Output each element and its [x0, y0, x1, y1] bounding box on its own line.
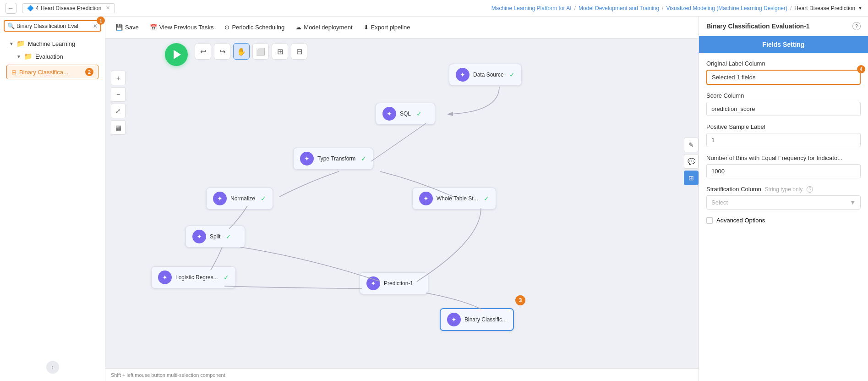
score-column-group: Score Column — [706, 92, 861, 116]
node-label-data-source: Data Source — [473, 72, 504, 78]
node-icon-logistic-regres: ✦ — [158, 271, 172, 284]
advanced-options-checkbox[interactable] — [706, 217, 713, 224]
node-icon-prediction: ✦ — [366, 276, 380, 290]
node-prediction[interactable]: ✦ Prediction-1 — [360, 272, 428, 294]
redo-button[interactable]: ↪ — [214, 43, 230, 60]
sidebar-item-machine-learning[interactable]: ▼ 📁 Machine Learning — [0, 37, 105, 50]
scheduling-icon: ⊙ — [224, 24, 229, 31]
node-label-prediction: Prediction-1 — [384, 280, 413, 287]
node-split[interactable]: ✦ Split ✓ — [186, 226, 245, 248]
project-tab-label: Heart Disease Prediction — [41, 5, 102, 11]
select-placeholder: Select — [711, 199, 728, 206]
original-label-column-group: Original Label Column Selected 1 fields … — [706, 60, 861, 85]
export-pipeline-button[interactable]: ⬇ Export pipeline — [359, 22, 415, 33]
breadcrumb-bar: ← 🔷 4 Heart Disease Prediction ✕ Machine… — [0, 0, 868, 17]
canvas[interactable]: ↩ ↪ ✋ ⬜ ⊞ ⊟ + − ⤢ ▦ — [105, 39, 699, 381]
canvas-left-tools: + − ⤢ ▦ — [111, 71, 126, 135]
node-binary-classif[interactable]: ✦ Binary Classific... — [440, 308, 514, 331]
node-label-type-transform: Type Transform — [317, 155, 355, 162]
fields-setting-button[interactable]: Fields Setting — [699, 36, 868, 53]
node-type-transform[interactable]: ✦ Type Transform ✓ — [293, 148, 373, 170]
badge-1: 1 — [97, 17, 105, 25]
save-icon: 💾 — [115, 24, 123, 31]
project-tab-number: 4 — [36, 5, 39, 11]
zoom-in-button[interactable]: + — [111, 71, 126, 85]
node-label-logistic-regres: Logistic Regres... — [175, 274, 218, 281]
project-tab[interactable]: 🔷 4 Heart Disease Prediction ✕ — [22, 3, 115, 13]
project-tab-icon: 🔷 — [27, 5, 34, 11]
bins-group: Number of Bins with Equal Frequency for … — [706, 155, 861, 178]
node-check-split: ✓ — [226, 233, 231, 240]
node-label-binary-classif: Binary Classific... — [464, 316, 507, 323]
node-logistic-regres[interactable]: ✦ Logistic Regres... ✓ — [151, 266, 236, 288]
stratification-help-icon: ? — [807, 186, 813, 193]
chevron-down-icon-3: ▼ — [850, 199, 856, 206]
overview-button[interactable]: ▦ — [111, 120, 126, 135]
node-data-source[interactable]: ✦ Data Source ✓ — [449, 64, 522, 86]
stratification-hint: String type only. — [765, 186, 804, 193]
search-bar[interactable]: 🔍 ✕ 1 — [4, 20, 101, 32]
positive-sample-label: Positive Sample Label — [706, 123, 861, 130]
node-normalize[interactable]: ✦ Normalize ✓ — [206, 188, 273, 210]
right-panel-header: Binary Classification Evaluation-1 ? — [699, 17, 868, 36]
left-sidebar: 🔍 ✕ 1 ▼ 📁 Machine Learning ▼ 📁 Evaluatio… — [0, 17, 105, 381]
node-check-data-source: ✓ — [509, 71, 515, 78]
node-icon-type-transform: ✦ — [300, 152, 314, 166]
hand-tool-button[interactable]: ✋ — [233, 43, 250, 60]
chevron-down-icon: ▼ — [9, 41, 14, 46]
status-text: Shift + left mouse button multi-selectio… — [111, 372, 225, 378]
fit-view-button[interactable]: ⤢ — [111, 104, 126, 118]
save-button[interactable]: 💾 Save — [111, 22, 143, 33]
canvas-top-tools: ↩ ↪ ✋ ⬜ ⊞ ⊟ — [195, 43, 307, 60]
search-input[interactable] — [16, 23, 93, 29]
node-icon-whole-table: ✦ — [419, 192, 433, 205]
periodic-scheduling-button[interactable]: ⊙ Periodic Scheduling — [220, 22, 289, 33]
stratification-select[interactable]: Select ▼ — [706, 195, 861, 210]
deployment-icon: ☁ — [295, 24, 301, 31]
layout-tool-button[interactable]: ⊞ — [272, 43, 288, 60]
node-whole-table[interactable]: ✦ Whole Table St... ✓ — [412, 188, 496, 210]
selected-fields-box[interactable]: Selected 1 fields — [706, 70, 861, 85]
selected-fields-text: Selected 1 fields — [712, 74, 755, 81]
undo-button[interactable]: ↩ — [195, 43, 211, 60]
advanced-options-label: Advanced Options — [716, 217, 765, 224]
advanced-options-row: Advanced Options — [706, 217, 861, 224]
toolbar: 💾 Save 📅 View Previous Tasks ⊙ Periodic … — [105, 17, 699, 39]
node-icon-sql: ✦ — [382, 107, 396, 121]
sidebar-item-binary-classif[interactable]: ⊞ Binary Classifica... 2 — [6, 65, 98, 79]
view-previous-tasks-button[interactable]: 📅 View Previous Tasks — [145, 22, 218, 33]
search-clear-icon[interactable]: ✕ — [93, 23, 98, 29]
help-button[interactable]: ? — [852, 22, 861, 30]
breadcrumb-link-1[interactable]: Machine Learning Platform for AI — [491, 5, 572, 11]
node-sql[interactable]: ✦ SQL ✓ — [376, 103, 435, 125]
play-button[interactable] — [165, 43, 188, 66]
positive-sample-group: Positive Sample Label — [706, 123, 861, 147]
score-column-input[interactable] — [706, 102, 861, 116]
breadcrumb-link-3[interactable]: Visualized Modeling (Machine Learning De… — [666, 5, 787, 11]
sidebar-item-evaluation[interactable]: ▼ 📁 Evaluation — [0, 50, 105, 63]
select-tool-button[interactable]: ⬜ — [252, 43, 269, 60]
canvas-area: 💾 Save 📅 View Previous Tasks ⊙ Periodic … — [105, 17, 699, 381]
node-check-normalize: ✓ — [261, 195, 266, 202]
score-column-label: Score Column — [706, 92, 861, 99]
project-tab-close[interactable]: ✕ — [106, 5, 110, 11]
breadcrumb-current-dropdown[interactable]: Heart Disease Prediction ▼ — [794, 5, 863, 11]
node-icon-binary-classif: ✦ — [447, 313, 461, 326]
search-icon: 🔍 — [7, 22, 15, 29]
node-label-split: Split — [210, 233, 220, 240]
bins-label: Number of Bins with Equal Frequency for … — [706, 155, 861, 161]
back-button[interactable]: ← — [5, 3, 16, 14]
zoom-out-button[interactable]: − — [111, 87, 126, 102]
folder-icon: 📁 — [16, 39, 25, 48]
model-deployment-button[interactable]: ☁ Model deployment — [291, 22, 357, 33]
positive-sample-input[interactable] — [706, 133, 861, 147]
dropdown-chevron-icon: ▼ — [858, 6, 863, 11]
node-icon-normalize: ✦ — [213, 192, 227, 205]
right-panel: Binary Classification Evaluation-1 ? Fie… — [699, 17, 868, 381]
node-label-whole-table: Whole Table St... — [437, 195, 478, 202]
breadcrumb-link-2[interactable]: Model Development and Training — [579, 5, 659, 11]
bins-input[interactable] — [706, 164, 861, 178]
table-tool-button[interactable]: ⊟ — [291, 43, 307, 60]
sidebar-collapse-button[interactable]: ‹ — [46, 361, 59, 374]
badge-3: 3 — [515, 295, 525, 305]
